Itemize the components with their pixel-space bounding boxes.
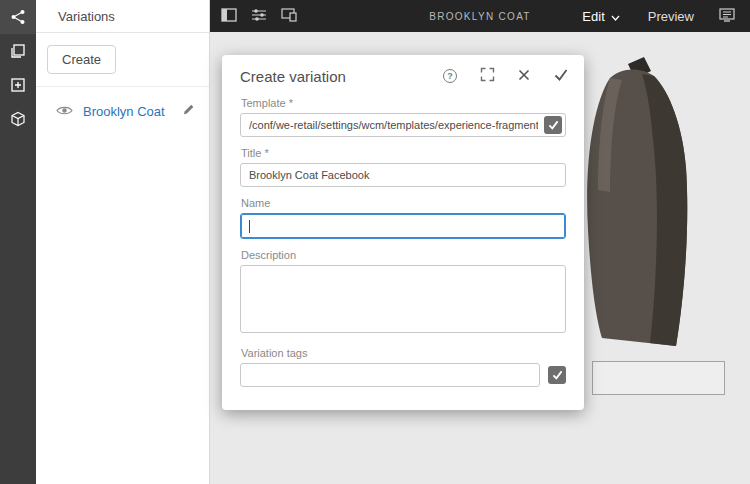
cube-icon — [10, 111, 26, 127]
template-input[interactable] — [249, 119, 538, 131]
template-picker-button[interactable] — [544, 116, 562, 134]
topbar-right-tools: Edit Preview — [572, 0, 750, 32]
component-placeholder[interactable] — [592, 361, 725, 395]
topbar-left-tools — [210, 0, 304, 32]
cancel-button[interactable] — [515, 67, 533, 85]
add-box-icon — [10, 77, 26, 93]
emulator-button[interactable] — [274, 0, 304, 32]
components-rail-button[interactable] — [0, 102, 36, 136]
create-variation-button[interactable]: Create — [47, 45, 116, 74]
page-properties-button[interactable] — [244, 0, 274, 32]
add-component-rail-button[interactable] — [0, 68, 36, 102]
description-field: Description — [240, 249, 566, 337]
check-icon — [548, 118, 559, 133]
side-panel-icon — [221, 8, 237, 25]
tags-picker-button[interactable] — [548, 366, 566, 384]
variations-rail-button[interactable] — [0, 0, 36, 34]
assets-rail-button[interactable] — [0, 34, 36, 68]
tags-input-row — [240, 363, 566, 387]
fullscreen-icon — [480, 67, 495, 85]
name-field-label: Name — [241, 197, 566, 209]
fullscreen-button[interactable] — [478, 67, 496, 85]
eye-icon — [56, 102, 73, 120]
dialog-header-actions — [441, 67, 570, 85]
devices-icon — [281, 8, 297, 25]
text-cursor — [249, 220, 250, 233]
create-row: Create — [36, 33, 209, 87]
page-title: BROOKLYN COAT — [429, 11, 531, 22]
help-button[interactable] — [441, 67, 459, 85]
screens-button[interactable] — [712, 0, 742, 32]
close-icon — [518, 69, 530, 84]
description-input[interactable] — [240, 265, 566, 333]
dialog-title: Create variation — [240, 68, 441, 85]
title-field-label: Title * — [241, 147, 566, 159]
share-icon — [10, 9, 26, 25]
side-panel-toggle-button[interactable] — [214, 0, 244, 32]
check-icon — [552, 368, 563, 383]
template-field-label: Template * — [241, 97, 566, 109]
description-field-label: Description — [241, 249, 566, 261]
checkmark-icon — [554, 69, 568, 84]
tags-input[interactable] — [240, 363, 540, 387]
name-field: Name — [240, 197, 566, 239]
mode-selector-button[interactable]: Edit — [572, 9, 629, 24]
dialog-header: Create variation — [240, 55, 566, 97]
confirm-button[interactable] — [552, 67, 570, 85]
mode-selector-label: Edit — [582, 9, 604, 24]
tags-field-label: Variation tags — [241, 347, 566, 359]
sliders-icon — [251, 8, 267, 25]
variations-panel: Variations Create Brooklyn Coat — [36, 0, 210, 484]
template-input-group — [240, 113, 566, 137]
variations-panel-title: Variations — [36, 0, 209, 33]
title-field: Title * — [240, 147, 566, 187]
layers-icon — [10, 43, 26, 59]
title-input[interactable] — [240, 163, 566, 187]
variation-item-label: Brooklyn Coat — [83, 104, 169, 119]
screens-icon — [719, 8, 735, 25]
edit-variation-button[interactable] — [179, 102, 197, 120]
preview-button[interactable]: Preview — [638, 9, 704, 24]
left-icon-rail — [0, 0, 36, 484]
create-variation-dialog: Create variation Template * — [222, 55, 584, 410]
help-icon — [443, 69, 457, 83]
variation-list-item[interactable]: Brooklyn Coat — [36, 95, 209, 127]
name-input[interactable] — [240, 213, 566, 239]
chevron-down-icon — [611, 9, 620, 24]
tags-field: Variation tags — [240, 347, 566, 387]
pencil-icon — [182, 103, 195, 119]
template-field: Template * — [240, 97, 566, 137]
editor-topbar: BROOKLYN COAT Edit Preview — [210, 0, 750, 32]
